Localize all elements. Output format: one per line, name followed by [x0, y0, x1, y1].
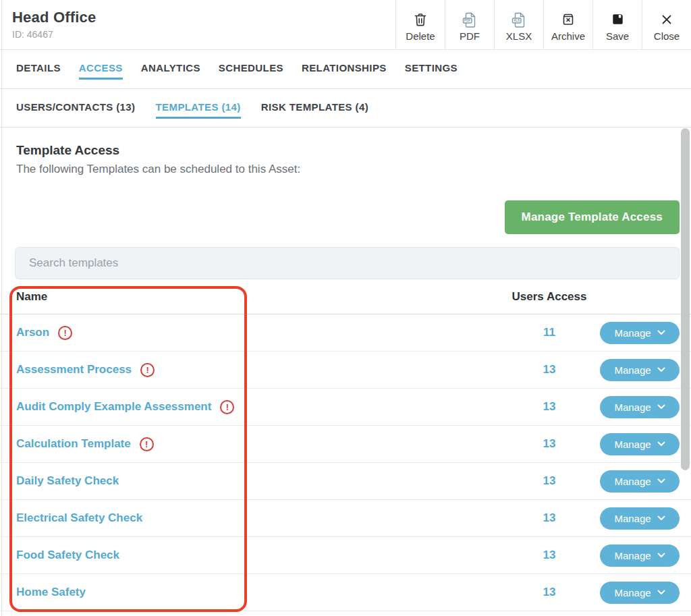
- scrollbar-thumb[interactable]: [681, 128, 690, 470]
- search-input[interactable]: [15, 247, 680, 279]
- manage-button[interactable]: Manage: [600, 396, 680, 418]
- manage-button-label: Manage: [614, 439, 651, 450]
- users-access-count[interactable]: 13: [543, 400, 556, 413]
- tab-analytics[interactable]: ANALYTICS: [141, 59, 200, 80]
- archive-icon: [560, 11, 576, 28]
- xlsx-button-label: XLSX: [506, 30, 532, 42]
- chevron-down-icon: [657, 404, 665, 410]
- chevron-down-icon: [657, 367, 665, 372]
- template-name-link[interactable]: Arson: [16, 326, 49, 339]
- users-access-count[interactable]: 13: [543, 549, 556, 561]
- chevron-down-icon: [657, 478, 665, 484]
- users-access-count[interactable]: 13: [543, 511, 556, 524]
- table-header-row: Name Users Access: [0, 279, 691, 314]
- tab-relationships[interactable]: RELATIONSHIPS: [302, 59, 387, 80]
- users-access-count[interactable]: 13: [543, 437, 556, 450]
- template-name-link[interactable]: Assessment Process: [16, 363, 132, 376]
- section-description: The following Templates can be scheduled…: [16, 163, 691, 176]
- manage-button-label: Manage: [614, 401, 651, 413]
- users-access-count[interactable]: 11: [543, 326, 555, 339]
- pdf-button-label: PDF: [460, 30, 480, 42]
- pdf-export-button[interactable]: PDF PDF: [445, 0, 494, 49]
- users-access-count[interactable]: 13: [543, 474, 556, 487]
- section-title: Template Access: [16, 143, 691, 158]
- toolbar: Delete PDF PDF XLS: [395, 0, 691, 49]
- xlsx-file-icon: XLS: [510, 11, 528, 28]
- archive-button-label: Archive: [551, 30, 585, 42]
- template-name-link[interactable]: Audit Comply Example Assessment: [16, 400, 211, 414]
- template-name-link[interactable]: Daily Safety Check: [16, 474, 119, 488]
- xlsx-export-button[interactable]: XLS XLSX: [494, 0, 543, 49]
- asset-id-label: ID: 46467: [12, 29, 96, 40]
- column-header-users-access: Users Access: [512, 290, 587, 303]
- svg-text:XLS: XLS: [514, 19, 520, 22]
- tab-templates[interactable]: TEMPLATES (14): [156, 98, 241, 119]
- manage-button[interactable]: Manage: [600, 507, 680, 530]
- manage-button-label: Manage: [614, 513, 651, 524]
- table-row: Arson ! 11 Manage: [0, 314, 691, 352]
- users-access-count[interactable]: 13: [543, 363, 556, 376]
- close-button-label: Close: [654, 30, 680, 42]
- tab-details[interactable]: DETAILS: [16, 59, 61, 80]
- pdf-file-icon: PDF: [461, 11, 478, 28]
- users-access-count[interactable]: 13: [543, 586, 556, 598]
- manage-access-row: Manage Template Access: [0, 200, 680, 234]
- manage-button-label: Manage: [614, 364, 651, 376]
- trash-icon: [412, 11, 429, 28]
- chevron-down-icon: [657, 441, 665, 447]
- tab-schedules[interactable]: SCHEDULES: [219, 59, 283, 80]
- tab-users-contacts[interactable]: USERS/CONTACTS (13): [16, 98, 136, 119]
- sub-tab-bar: USERS/CONTACTS (13) TEMPLATES (14) RISK …: [0, 89, 691, 128]
- manage-button[interactable]: Manage: [600, 470, 680, 493]
- manage-button-label: Manage: [614, 476, 651, 487]
- template-name-link[interactable]: Food Safety Check: [16, 549, 119, 562]
- main-tab-bar: DETAILS ACCESS ANALYTICS SCHEDULES RELAT…: [0, 50, 691, 89]
- template-name-link[interactable]: Calculation Template: [16, 437, 131, 451]
- header-title-block: Head Office ID: 46467: [0, 0, 96, 49]
- delete-button[interactable]: Delete: [395, 0, 445, 49]
- warning-icon: !: [140, 363, 155, 377]
- column-header-name: Name: [16, 290, 47, 304]
- close-button[interactable]: Close: [642, 0, 691, 49]
- archive-button[interactable]: Archive: [543, 0, 592, 49]
- delete-button-label: Delete: [406, 30, 435, 42]
- manage-button-label: Manage: [614, 327, 651, 339]
- chevron-down-icon: [657, 590, 665, 595]
- manage-button[interactable]: Manage: [600, 433, 680, 455]
- table-row: Audit Comply Example Assessment ! 13 Man…: [0, 389, 691, 426]
- header: Head Office ID: 46467 Delete PDF: [0, 0, 691, 50]
- templates-table: Name Users Access Arson ! 11 Manage Asse…: [0, 279, 691, 611]
- manage-button[interactable]: Manage: [600, 322, 680, 344]
- tab-settings[interactable]: SETTINGS: [405, 59, 458, 80]
- chevron-down-icon: [657, 515, 665, 521]
- warning-icon: !: [140, 437, 154, 451]
- panel-left-edge: [1, 0, 2, 616]
- template-name-link[interactable]: Home Safety: [16, 586, 86, 599]
- page-title: Head Office: [12, 9, 96, 26]
- manage-button[interactable]: Manage: [600, 544, 680, 567]
- chevron-down-icon: [657, 330, 665, 335]
- manage-button[interactable]: Manage: [600, 359, 680, 381]
- chevron-down-icon: [657, 553, 665, 558]
- close-icon: [660, 11, 673, 28]
- save-button[interactable]: Save: [592, 0, 642, 49]
- manage-button-label: Manage: [614, 550, 651, 561]
- save-button-label: Save: [606, 30, 629, 42]
- table-row: Home Safety 13 Manage: [0, 574, 691, 611]
- save-icon: [610, 11, 626, 28]
- table-row: Daily Safety Check 13 Manage: [0, 463, 691, 500]
- table-row: Assessment Process ! 13 Manage: [0, 352, 691, 389]
- table-row: Electrical Safety Check 13 Manage: [0, 500, 691, 537]
- warning-icon: !: [220, 400, 234, 414]
- tab-risk-templates[interactable]: RISK TEMPLATES (4): [261, 98, 368, 119]
- search-container: [15, 247, 680, 279]
- tab-access[interactable]: ACCESS: [79, 59, 123, 80]
- template-name-link[interactable]: Electrical Safety Check: [16, 511, 142, 525]
- manage-button[interactable]: Manage: [600, 582, 680, 604]
- table-row: Food Safety Check 13 Manage: [0, 537, 691, 574]
- warning-icon: !: [58, 326, 72, 340]
- svg-text:PDF: PDF: [464, 19, 470, 22]
- manage-template-access-button[interactable]: Manage Template Access: [505, 200, 680, 234]
- table-row: Calculation Template ! 13 Manage: [0, 426, 691, 463]
- manage-button-label: Manage: [614, 587, 651, 598]
